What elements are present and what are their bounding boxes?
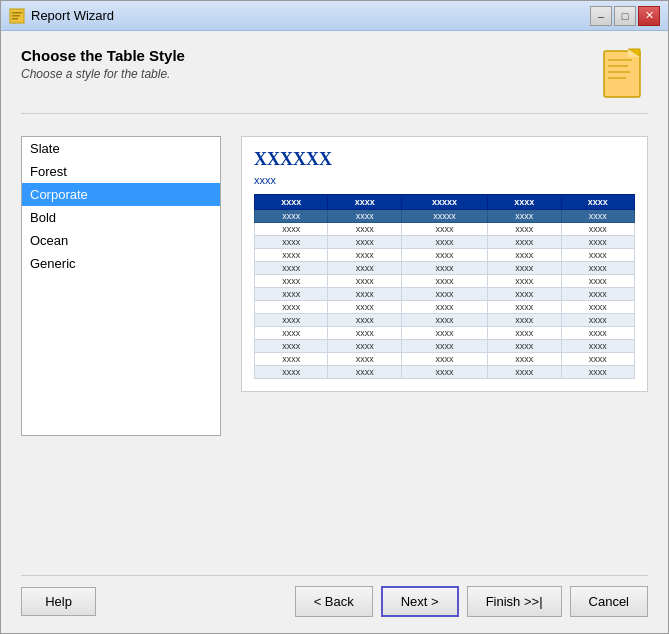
- table-row: xxxxxxxxxxxxxxxxxxxx: [255, 236, 635, 249]
- table-cell: xxxx: [561, 314, 634, 327]
- table-cell: xxxx: [255, 314, 328, 327]
- main-content: SlateForestCorporateBoldOceanGeneric XXX…: [21, 126, 648, 565]
- table-row: xxxxxxxxxxxxxxxxxxxx: [255, 340, 635, 353]
- table-cell: xxxx: [328, 327, 401, 340]
- preview-subtitle: xxxx: [254, 174, 635, 186]
- table-cell: xxxx: [328, 275, 401, 288]
- table-cell: xxxx: [561, 236, 634, 249]
- back-button[interactable]: < Back: [295, 586, 373, 617]
- footer-left: Help: [21, 587, 96, 616]
- preview-subheader-cell: xxxx: [255, 210, 328, 223]
- table-cell: xxxx: [328, 314, 401, 327]
- table-row: xxxxxxxxxxxxxxxxxxxx: [255, 353, 635, 366]
- style-list-item-bold[interactable]: Bold: [22, 206, 220, 229]
- style-list-item-ocean[interactable]: Ocean: [22, 229, 220, 252]
- preview-title: XXXXXX: [254, 149, 635, 170]
- table-cell: xxxx: [255, 223, 328, 236]
- table-cell: xxxx: [255, 275, 328, 288]
- svg-rect-8: [608, 77, 626, 79]
- maximize-button[interactable]: □: [614, 6, 636, 26]
- table-cell: xxxx: [401, 236, 487, 249]
- table-row: xxxxxxxxxxxxxxxxxxxx: [255, 366, 635, 379]
- table-cell: xxxx: [255, 327, 328, 340]
- preview-subheader-cell: xxxx: [488, 210, 561, 223]
- table-cell: xxxx: [255, 236, 328, 249]
- close-button[interactable]: ✕: [638, 6, 660, 26]
- report-wizard-window: Report Wizard – □ ✕ Choose the Table Sty…: [0, 0, 669, 634]
- table-row: xxxxxxxxxxxxxxxxxxxx: [255, 314, 635, 327]
- table-cell: xxxx: [488, 262, 561, 275]
- table-cell: xxxx: [328, 262, 401, 275]
- table-cell: xxxx: [561, 353, 634, 366]
- table-cell: xxxx: [488, 353, 561, 366]
- table-row: xxxxxxxxxxxxxxxxxxxx: [255, 327, 635, 340]
- table-cell: xxxx: [561, 301, 634, 314]
- svg-rect-6: [608, 65, 628, 67]
- table-cell: xxxx: [561, 288, 634, 301]
- preview-subheader-cell: xxxx: [561, 210, 634, 223]
- table-cell: xxxx: [328, 366, 401, 379]
- style-list[interactable]: SlateForestCorporateBoldOceanGeneric: [21, 136, 221, 436]
- title-text: Report Wizard: [31, 8, 114, 23]
- table-cell: xxxx: [328, 236, 401, 249]
- svg-rect-1: [12, 12, 22, 14]
- table-cell: xxxx: [488, 301, 561, 314]
- table-cell: xxxx: [561, 366, 634, 379]
- style-list-item-generic[interactable]: Generic: [22, 252, 220, 275]
- style-list-item-forest[interactable]: Forest: [22, 160, 220, 183]
- minimize-button[interactable]: –: [590, 6, 612, 26]
- svg-rect-7: [608, 71, 630, 73]
- table-cell: xxxx: [488, 327, 561, 340]
- table-cell: xxxx: [488, 275, 561, 288]
- finish-button[interactable]: Finish >>|: [467, 586, 562, 617]
- table-cell: xxxx: [561, 275, 634, 288]
- next-button[interactable]: Next >: [381, 586, 459, 617]
- style-list-container: SlateForestCorporateBoldOceanGeneric: [21, 136, 221, 555]
- table-cell: xxxx: [401, 301, 487, 314]
- table-cell: xxxx: [328, 353, 401, 366]
- table-row: xxxxxxxxxxxxxxxxxxxx: [255, 223, 635, 236]
- table-cell: xxxx: [328, 223, 401, 236]
- preview-table-wrapper: XXXXXX xxxx xxxxxxxxxxxxxxxxxxxxxxxxxxxx…: [241, 136, 648, 392]
- table-cell: xxxx: [561, 249, 634, 262]
- table-cell: xxxx: [561, 327, 634, 340]
- table-cell: xxxx: [488, 314, 561, 327]
- table-cell: xxxx: [328, 301, 401, 314]
- table-cell: xxxx: [255, 340, 328, 353]
- app-icon: [9, 8, 25, 24]
- page-subtitle: Choose a style for the table.: [21, 67, 185, 81]
- preview-container: XXXXXX xxxx xxxxxxxxxxxxxxxxxxxxxxxxxxxx…: [241, 136, 648, 555]
- table-cell: xxxx: [255, 288, 328, 301]
- cancel-button[interactable]: Cancel: [570, 586, 648, 617]
- table-cell: xxxx: [488, 223, 561, 236]
- table-cell: xxxx: [401, 353, 487, 366]
- page-title: Choose the Table Style: [21, 47, 185, 64]
- table-cell: xxxx: [561, 340, 634, 353]
- table-cell: xxxx: [401, 275, 487, 288]
- table-cell: xxxx: [255, 301, 328, 314]
- table-cell: xxxx: [401, 288, 487, 301]
- help-button[interactable]: Help: [21, 587, 96, 616]
- table-cell: xxxx: [561, 262, 634, 275]
- preview-header-cell: xxxx: [488, 195, 561, 210]
- table-cell: xxxx: [255, 353, 328, 366]
- svg-rect-5: [608, 59, 632, 61]
- preview-subheader-cell: xxxxx: [401, 210, 487, 223]
- table-row: xxxxxxxxxxxxxxxxxxxx: [255, 275, 635, 288]
- title-bar: Report Wizard – □ ✕: [1, 1, 668, 31]
- table-cell: xxxx: [328, 288, 401, 301]
- preview-subheader-cell: xxxx: [328, 210, 401, 223]
- style-list-item-corporate[interactable]: Corporate: [22, 183, 220, 206]
- style-list-item-slate[interactable]: Slate: [22, 137, 220, 160]
- title-controls: – □ ✕: [590, 6, 660, 26]
- table-cell: xxxx: [255, 366, 328, 379]
- table-cell: xxxx: [401, 366, 487, 379]
- svg-rect-4: [604, 51, 640, 97]
- table-cell: xxxx: [488, 288, 561, 301]
- table-row: xxxxxxxxxxxxxxxxxxxx: [255, 262, 635, 275]
- table-cell: xxxx: [401, 249, 487, 262]
- table-cell: xxxx: [561, 223, 634, 236]
- preview-table: xxxxxxxxxxxxxxxxxxxxxxxxxxxxxxxxxxxxxxxx…: [254, 194, 635, 379]
- table-cell: xxxx: [488, 340, 561, 353]
- wizard-icon: [600, 47, 648, 103]
